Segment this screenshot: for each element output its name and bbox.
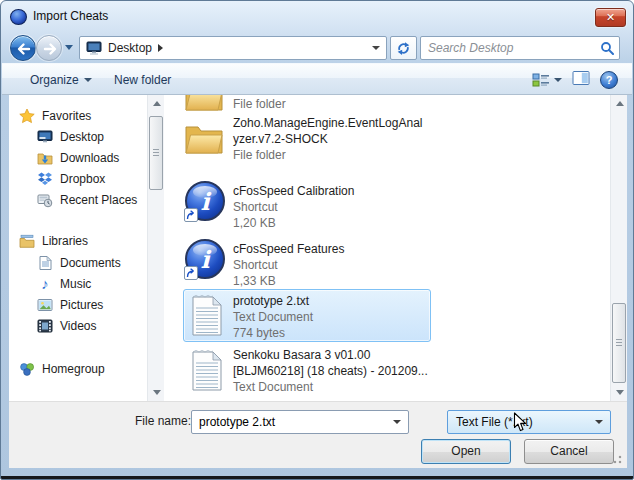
sidebar-label: Music: [60, 277, 91, 291]
address-bar[interactable]: Desktop: [79, 36, 387, 60]
file-name: Zoho.ManageEngine.EventLogAnal: [233, 115, 422, 131]
history-dropdown-icon[interactable]: [65, 45, 73, 50]
file-name: cFosSpeed Calibration: [233, 183, 354, 199]
sidebar-item-favorites[interactable]: Favorites: [19, 106, 91, 126]
sidebar-label: Videos: [60, 319, 96, 333]
window-title: Import Cheats: [33, 9, 108, 23]
command-bar: Organize New folder: [2, 63, 632, 95]
cancel-button[interactable]: Cancel: [524, 439, 614, 464]
organize-caret-icon: [84, 78, 92, 82]
search-input[interactable]: [426, 40, 600, 56]
file-size: 1,20 KB: [233, 215, 354, 231]
file-type: Shortcut: [233, 199, 354, 215]
sidebar-label: Dropbox: [60, 172, 105, 186]
forward-arrow-icon: [41, 40, 59, 58]
file-browser-content: Favorites Desktop Downloads: [9, 95, 627, 401]
sidebar-item-documents[interactable]: Documents: [37, 253, 121, 273]
scroll-down-icon[interactable]: [611, 384, 627, 401]
sidebar-item-dropbox[interactable]: Dropbox: [37, 169, 105, 189]
preview-pane-button[interactable]: [572, 69, 590, 90]
pictures-icon: [37, 297, 53, 313]
shortcut-info-icon: i: [185, 239, 225, 279]
sidebar-item-recent-places[interactable]: Recent Places: [37, 190, 137, 210]
file-name-label: File name:: [129, 414, 191, 428]
new-folder-button[interactable]: New folder: [114, 71, 171, 89]
sidebar-label: Recent Places: [60, 193, 137, 207]
music-icon: ♪: [37, 276, 53, 292]
preview-pane-icon: [572, 69, 590, 87]
shortcut-arrow-icon: [184, 208, 198, 222]
homegroup-icon: [19, 361, 35, 377]
documents-icon: [37, 255, 53, 271]
file-name: prototype 2.txt: [233, 293, 313, 309]
libraries-icon: [19, 233, 35, 249]
breadcrumb-arrow-icon[interactable]: [158, 44, 163, 52]
file-type: Text Document: [233, 309, 313, 325]
address-dropdown-icon[interactable]: [372, 46, 380, 50]
desktop-icon: [37, 129, 53, 145]
filelist-scrollbar[interactable]: [610, 95, 627, 401]
sidebar-scrollbar-thumb[interactable]: [149, 116, 163, 190]
desktop-location-icon: [86, 40, 102, 56]
text-document-icon: [191, 349, 223, 392]
dialog-footer: File name: Text File (*.txt) Open Cancel: [9, 401, 627, 468]
search-icon[interactable]: [600, 41, 614, 55]
resize-grip[interactable]: [611, 453, 622, 464]
star-icon: [19, 108, 35, 124]
sidebar-item-libraries[interactable]: Libraries: [19, 231, 88, 251]
refresh-icon: [396, 41, 411, 56]
back-button[interactable]: [10, 35, 36, 61]
sidebar-item-music[interactable]: ♪ Music: [37, 274, 91, 294]
organize-menu[interactable]: Organize: [30, 71, 92, 89]
folder-icon: [185, 95, 223, 111]
text-document-icon: [191, 294, 223, 337]
search-box: [420, 36, 620, 60]
file-size: 1,33 KB: [233, 273, 344, 289]
sidebar-item-videos[interactable]: Videos: [37, 316, 96, 336]
file-type-dropdown-icon[interactable]: [595, 420, 603, 424]
close-button[interactable]: ✕: [595, 8, 626, 27]
organize-label: Organize: [30, 73, 79, 87]
file-name-combo: [191, 410, 409, 434]
file-name: Senkoku Basara 3 v01.00: [233, 347, 428, 363]
shortcut-info-icon: i: [185, 181, 225, 221]
sidebar-label: Documents: [60, 256, 121, 270]
scroll-up-icon[interactable]: [611, 95, 627, 112]
help-button[interactable]: ?: [600, 71, 618, 89]
title-bar[interactable]: Import Cheats ✕: [1, 1, 633, 31]
sidebar-item-downloads[interactable]: Downloads: [37, 148, 119, 168]
downloads-icon: [37, 150, 53, 166]
shortcut-arrow-icon: [184, 266, 198, 280]
scroll-up-icon[interactable]: [148, 95, 165, 112]
file-type: Text Document: [233, 379, 428, 395]
sidebar-item-pictures[interactable]: Pictures: [37, 295, 103, 315]
videos-icon: [37, 318, 53, 334]
refresh-button[interactable]: [390, 36, 417, 60]
file-name-dropdown-icon[interactable]: [393, 420, 401, 424]
open-button[interactable]: Open: [421, 439, 511, 464]
views-button[interactable]: [532, 71, 562, 89]
back-arrow-icon: [15, 40, 33, 58]
file-size: 774 bytes: [233, 325, 313, 341]
file-name: cFosSpeed Features: [233, 241, 344, 257]
file-name-input[interactable]: [192, 415, 393, 429]
app-icon: [10, 9, 27, 25]
sidebar-label: Libraries: [42, 234, 88, 248]
views-icon: [532, 71, 550, 89]
file-type: File folder: [233, 96, 286, 112]
folder-icon: [185, 119, 223, 157]
file-type-combo[interactable]: Text File (*.txt): [447, 410, 611, 434]
sidebar-item-desktop[interactable]: Desktop: [37, 127, 104, 147]
file-name-line2: [BLJM60218] (18 cheats) - 201209...: [233, 363, 428, 379]
file-type: Shortcut: [233, 257, 344, 273]
filelist-scrollbar-thumb[interactable]: [612, 303, 626, 383]
sidebar-label: Downloads: [60, 151, 119, 165]
breadcrumb-location[interactable]: Desktop: [108, 41, 152, 55]
sidebar-scrollbar[interactable]: [147, 95, 164, 401]
sidebar-item-homegroup[interactable]: Homegroup: [19, 359, 105, 379]
file-type-value: Text File (*.txt): [456, 415, 533, 429]
file-type: File folder: [233, 147, 422, 163]
forward-button[interactable]: [36, 35, 62, 61]
scroll-down-icon[interactable]: [148, 384, 165, 401]
recent-places-icon: [37, 192, 53, 208]
